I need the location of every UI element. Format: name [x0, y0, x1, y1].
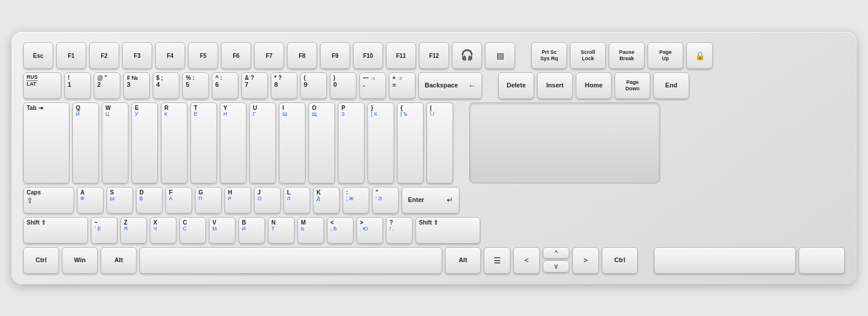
key-o[interactable]: O Щ	[308, 102, 335, 183]
key-pipe[interactable]: | \ /	[426, 102, 453, 183]
touchpad-right-btn[interactable]	[799, 247, 845, 274]
key-m[interactable]: M Ь	[297, 217, 324, 244]
key-p[interactable]: P З	[338, 102, 365, 183]
key-f12[interactable]: F12	[419, 42, 449, 69]
key-f3[interactable]: F3	[122, 42, 152, 69]
key-alt-left[interactable]: Alt	[101, 247, 137, 274]
key-f5[interactable]: F5	[188, 42, 218, 69]
key-i[interactable]: I Ш	[279, 102, 306, 183]
key-lock[interactable]: 🔒	[686, 42, 713, 69]
key-backtick[interactable]: ~ ` Ё	[91, 217, 117, 244]
key-esc[interactable]: Esc	[23, 42, 53, 69]
key-arrow-down[interactable]: v	[543, 260, 569, 272]
key-page-down[interactable]: PageDown	[615, 72, 650, 99]
key-e[interactable]: E У	[131, 102, 158, 183]
key-arrow-up[interactable]: ^	[543, 247, 569, 259]
key-0[interactable]: ) 0	[330, 72, 356, 99]
key-caps-lock[interactable]: Caps ⇧	[23, 187, 74, 214]
key-insert[interactable]: Insert	[537, 72, 573, 99]
touchpad-area[interactable]	[469, 102, 660, 183]
key-ctrl-right[interactable]: Ctrl	[602, 247, 638, 274]
key-l[interactable]: L Л	[284, 187, 310, 214]
key-r[interactable]: R К	[161, 102, 187, 183]
key-f6[interactable]: F6	[221, 42, 251, 69]
key-enter[interactable]: Enter ↵	[402, 187, 459, 214]
key-d[interactable]: D В	[136, 187, 163, 214]
key-ctrl-left[interactable]: Ctrl	[23, 247, 59, 274]
key-page-up[interactable]: PageUp	[648, 42, 683, 69]
key-shift-right[interactable]: Shift ⇧	[415, 217, 480, 244]
key-f7[interactable]: F7	[254, 42, 284, 69]
key-fn-extra[interactable]: ▤	[485, 42, 515, 69]
key-a[interactable]: A Ф	[77, 187, 104, 214]
key-f2[interactable]: F2	[89, 42, 119, 69]
key-v[interactable]: V М	[209, 217, 236, 244]
key-shift-left[interactable]: Shift ⇧	[23, 217, 88, 244]
key-tab[interactable]: Tab ⇥	[23, 102, 69, 183]
key-u[interactable]: U Г	[249, 102, 276, 183]
key-j[interactable]: J О	[254, 187, 281, 214]
key-prtsc[interactable]: Prt ScSys Rq	[531, 42, 567, 69]
key-7[interactable]: & ? 7	[241, 72, 268, 99]
key-w[interactable]: W Ц	[102, 102, 128, 183]
key-comma[interactable]: < , Б	[327, 217, 354, 244]
key-x[interactable]: X Ч	[150, 217, 176, 244]
key-f11[interactable]: F11	[386, 42, 416, 69]
section-gap-3	[456, 102, 466, 183]
touchpad-left-btn[interactable]	[654, 247, 796, 274]
key-period[interactable]: > . Ю	[356, 217, 383, 244]
key-q[interactable]: Q Й	[72, 102, 99, 183]
key-c[interactable]: C С	[179, 217, 206, 244]
key-6[interactable]: ^ : 6	[212, 72, 238, 99]
touchpad-buttons	[654, 247, 845, 274]
key-9[interactable]: ( 9	[300, 72, 327, 99]
arrow-updown-group: ^ v	[543, 247, 569, 274]
key-semicolon[interactable]: : ; Ж	[343, 187, 369, 214]
key-t[interactable]: T Е	[190, 102, 217, 183]
key-equal[interactable]: + ↑il =	[389, 72, 415, 99]
asdf-row: Caps ⇧ A Ф S Ы D В F А G П H Р J О	[23, 187, 845, 214]
key-backspace[interactable]: Backspace ←	[418, 72, 482, 99]
fn-row: Esc F1 F2 F3 F4 F5 F6 F7 F8 F9 F10 F11 F…	[23, 42, 845, 69]
key-b[interactable]: B И	[238, 217, 265, 244]
key-menu[interactable]: ☰	[484, 247, 510, 274]
key-z[interactable]: Z Я	[120, 217, 147, 244]
key-k[interactable]: K Д	[313, 187, 340, 214]
key-space[interactable]	[139, 247, 442, 274]
key-4[interactable]: $ ; 4	[153, 72, 179, 99]
key-f4[interactable]: F4	[155, 42, 185, 69]
key-s[interactable]: S Ы	[106, 187, 133, 214]
key-home[interactable]: Home	[576, 72, 612, 99]
key-pause-break[interactable]: PauseBreak	[609, 42, 645, 69]
key-8[interactable]: * ? 8	[271, 72, 297, 99]
key-rus-lat[interactable]: RUSLAT	[23, 72, 61, 99]
key-alt-right[interactable]: Alt	[445, 247, 481, 274]
key-g[interactable]: G П	[195, 187, 222, 214]
key-rbrace[interactable]: { [ Ъ	[397, 102, 424, 183]
key-h[interactable]: H Р	[225, 187, 251, 214]
key-end[interactable]: End	[653, 72, 689, 99]
key-slash[interactable]: ? / .	[386, 217, 413, 244]
key-f9[interactable]: F9	[320, 42, 350, 69]
section-gap-2	[485, 72, 495, 99]
key-win[interactable]: Win	[62, 247, 98, 274]
key-delete[interactable]: Delete	[498, 72, 534, 99]
key-2[interactable]: @ " 2	[94, 72, 120, 99]
key-5[interactable]: % : 5	[182, 72, 209, 99]
key-audio[interactable]: 🎧	[452, 42, 482, 69]
zxcv-row: Shift ⇧ ~ ` Ё Z Я X Ч C С V М B И N Т	[23, 217, 845, 244]
key-arrow-right[interactable]: >	[572, 247, 599, 274]
key-arrow-left[interactable]: <	[513, 247, 540, 274]
key-3[interactable]: # № 3	[123, 72, 150, 99]
key-f8[interactable]: F8	[287, 42, 317, 69]
key-f[interactable]: F А	[165, 187, 192, 214]
key-scroll-lock[interactable]: ScrollLock	[570, 42, 606, 69]
key-y[interactable]: Y Н	[220, 102, 247, 183]
key-minus[interactable]: — ↑il -	[359, 72, 386, 99]
key-lbrace[interactable]: } ] Х	[367, 102, 394, 183]
key-n[interactable]: N Т	[268, 217, 295, 244]
key-f10[interactable]: F10	[353, 42, 383, 69]
key-quote[interactable]: " ' Э	[372, 187, 399, 214]
key-f1[interactable]: F1	[56, 42, 86, 69]
key-1[interactable]: ! 1	[64, 72, 91, 99]
